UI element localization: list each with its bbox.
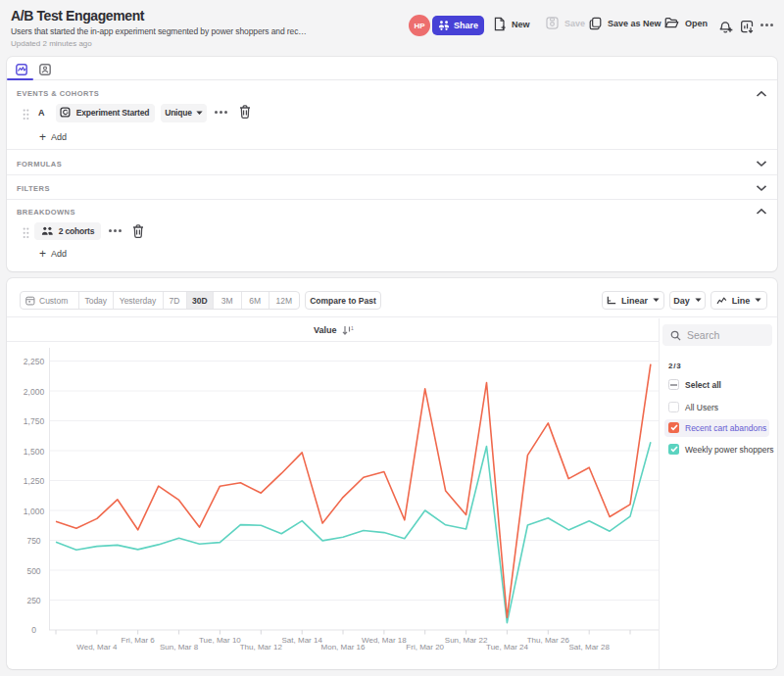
svg-text:1: 1: [351, 325, 354, 331]
